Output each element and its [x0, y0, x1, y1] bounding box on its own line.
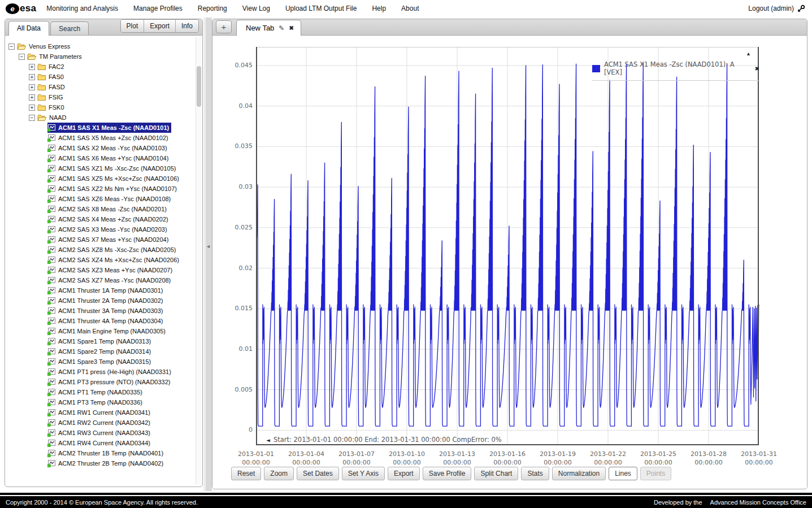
tree-item-parameter[interactable]: ACM2 Thruster 1B Temp (NAAD0401) [5, 448, 196, 458]
menu-item[interactable]: Help [372, 5, 386, 12]
edit-tab-icon[interactable]: ✎ [279, 24, 284, 32]
set-y-axis-button[interactable]: Set Y Axis [342, 467, 385, 480]
menu-item[interactable]: View Log [242, 5, 270, 12]
sidebar-collapse-icon[interactable]: ◄ [206, 244, 211, 249]
tree-item-parameter[interactable]: ACM1 SAS XZ2 Ms Nm +Ysc (NAAD0107) [5, 184, 196, 194]
legend-close-icon[interactable]: ✖ [755, 66, 759, 72]
tree-item-parameter[interactable]: ACM1 PT1 Temp (NAAD0335) [5, 387, 196, 397]
tree-item-parameter[interactable]: ACM1 RW1 Current (NAAD0341) [5, 407, 196, 418]
tree-item-label: ACM1 SAS XZ5 Ms +Xsc+Zsc (NAAD0106) [58, 175, 179, 182]
tree-item-parameter[interactable]: ACM1 SAS X6 Meas +Ysc (NAAD0104) [5, 153, 196, 163]
tree-item-parameter[interactable]: ACM2 SAS X4 Meas +Zsc (NAAD0202) [5, 214, 196, 224]
tree-item-parameter[interactable]: ACM1 Spare2 Temp (NAAD0314) [5, 346, 196, 357]
tree-item-parameter[interactable]: ACM1 PT3 Temp (NAAD0336) [5, 397, 196, 407]
collapse-icon[interactable]: − [29, 115, 35, 121]
tree-item-folder[interactable]: −TM Parameters [5, 51, 196, 62]
add-tab-button[interactable]: + [216, 20, 232, 33]
tree-item-label: ACM1 SAS X6 Meas +Ysc (NAAD0104) [58, 155, 168, 162]
save-profile-button[interactable]: Save Profile [423, 467, 472, 480]
expand-icon[interactable]: + [29, 64, 35, 70]
amco-link[interactable]: Advanced Mission Concepts Office [710, 499, 806, 506]
tree-item-parameter[interactable]: ACM2 Thruster 2B Temp (NAAD0402) [5, 458, 196, 468]
tree-item-folder[interactable]: +FASD [5, 82, 196, 92]
sidebar-scrollbar-track[interactable] [196, 37, 202, 485]
tree-item-parameter[interactable]: ACM1 SAS XZ6 Meas -Ysc (NAAD0108) [5, 194, 196, 204]
expander-spacer [39, 461, 45, 467]
tree-item-parameter[interactable]: ACM2 SAS X7 Meas +Ysc (NAAD0204) [5, 235, 196, 245]
tree-item-folder[interactable]: −NAAD [5, 112, 196, 123]
x-tick-label: 2013-01-1300:00:00 [431, 450, 483, 467]
tree-item-parameter[interactable]: ACM1 Thruster 1A Temp (NAAD0301) [5, 285, 196, 296]
tree-item-parameter[interactable]: ACM1 Main Engine Temp (NAAD0305) [5, 326, 196, 336]
parameter-icon [47, 398, 56, 406]
tree-item-parameter[interactable]: ACM2 SAS X3 Meas -Ysc (NAAD0203) [5, 224, 196, 235]
logout-link[interactable]: Logout (admin) [748, 5, 794, 12]
export-button[interactable]: Export [388, 467, 420, 480]
menu-item[interactable]: About [401, 5, 419, 12]
tree-item-parameter[interactable]: ACM1 Spare3 Temp (NAAD0315) [5, 357, 196, 367]
plot-button[interactable]: Plot [121, 20, 144, 32]
tree-item-label: ACM1 PT1 Temp (NAAD0335) [58, 389, 142, 396]
normalization-button[interactable]: Normalization [552, 467, 606, 480]
collapse-icon[interactable]: − [8, 44, 15, 50]
tab-new-tab[interactable]: New Tab ✎ ✖ [236, 20, 301, 36]
stats-button[interactable]: Stats [521, 467, 549, 480]
tree-item-parameter[interactable]: ACM2 SAS XZ3 Meas +Ysc (NAAD0207) [5, 265, 196, 275]
tree-item-folder[interactable]: +FSK0 [5, 102, 196, 112]
tree-item-parameter[interactable]: ACM1 Thruster 2A Temp (NAAD0302) [5, 296, 196, 306]
tree-item-parameter[interactable]: ACM2 SAS X8 Meas -Zsc (NAAD0201) [5, 204, 196, 214]
collapse-icon[interactable]: − [19, 54, 25, 60]
tree-item-parameter[interactable]: ACM1 PT1 press (He-High) (NAAD0331) [5, 367, 196, 377]
tree-item-parameter[interactable]: ACM1 RW2 Current (NAAD0342) [5, 418, 196, 428]
tree-item-label: ACM1 RW2 Current (NAAD0342) [58, 419, 150, 426]
reset-button[interactable]: Reset [231, 467, 261, 480]
expand-icon[interactable]: + [29, 84, 35, 90]
sidebar-scrollbar-thumb[interactable] [197, 66, 201, 107]
parameter-icon [47, 124, 56, 132]
tree-item-folder[interactable]: +FAC2 [5, 62, 196, 72]
menu-item[interactable]: Monitoring and Analysis [46, 5, 118, 12]
x-tick-label: 2013-01-2200:00:00 [582, 450, 634, 467]
tree-item-parameter[interactable]: ACM1 Spare1 Temp (NAAD0313) [5, 336, 196, 346]
tree-item-parameter[interactable]: ACM1 Thruster 4A Temp (NAAD0304) [5, 316, 196, 326]
tree-item-parameter[interactable]: ACM2 SAS XZ4 Ms +Xsc+Zsc (NAAD0206) [5, 255, 196, 265]
expand-icon[interactable]: + [29, 94, 35, 101]
tree-item-parameter[interactable]: ACM2 SAS XZ8 Ms -Xsc-Zsc (NAAD0205) [5, 245, 196, 255]
tree-item-parameter[interactable]: ACM1 PT3 pressure (NTO) (NAAD0332) [5, 377, 196, 387]
tree-item-parameter[interactable]: ACM1 SAS X2 Meas -Ysc (NAAD0103) [5, 143, 196, 153]
split-chart-button[interactable]: Split Chart [474, 467, 518, 480]
expand-icon[interactable]: + [29, 74, 35, 80]
tree-item-folder[interactable]: −Venus Express [5, 41, 196, 51]
tree-item-parameter[interactable]: ACM1 Thruster 3A Temp (NAAD0303) [5, 306, 196, 316]
export-button[interactable]: Export [144, 20, 175, 32]
tab-all-data[interactable]: All Data [8, 21, 49, 36]
tree-item-parameter[interactable]: ACM1 SAS X5 Meas +Zsc (NAAD0102) [5, 133, 196, 143]
status-arrow-icon[interactable]: ◄ [266, 437, 270, 443]
tree-item-folder[interactable]: +FSIG [5, 92, 196, 102]
expand-icon[interactable]: + [29, 105, 35, 111]
tree-item-parameter[interactable]: ACM1 RW3 Current (NAAD0343) [5, 428, 196, 438]
set-dates-button[interactable]: Set Dates [297, 467, 339, 480]
expander-spacer [39, 389, 45, 396]
menu-item[interactable]: Reporting [198, 5, 227, 12]
tree-item-parameter[interactable]: ACM1 SAS XZ1 Ms -Xsc-Zsc (NAAD0105) [5, 163, 196, 173]
tree-item-folder[interactable]: +FAS0 [5, 72, 196, 82]
chart-status: ◄Start: 2013-01-01 00:00:00 End: 2013-01… [266, 436, 502, 444]
tree-item-parameter[interactable]: ACM1 SAS XZ5 Ms +Xsc+Zsc (NAAD0106) [5, 173, 196, 184]
info-button[interactable]: Info [175, 20, 198, 32]
menu-item[interactable]: Upload LTM Output File [285, 5, 357, 12]
close-tab-icon[interactable]: ✖ [289, 25, 293, 31]
chart-collapse-icon[interactable]: ▲ [746, 51, 751, 57]
copyright-text: Copyright 2000 - 2014 © European Space A… [6, 499, 198, 506]
tab-label: New Tab [246, 24, 274, 32]
panel-divider[interactable]: ◄ [203, 18, 212, 491]
footer: Copyright 2000 - 2014 © European Space A… [0, 496, 812, 508]
tree-item-parameter[interactable]: ACM1 SAS X1 Meas -Zsc (NAAD0101) [5, 123, 196, 133]
tree-item-parameter[interactable]: ACM1 RW4 Current (NAAD0344) [5, 438, 196, 448]
zoom-button[interactable]: Zoom [264, 467, 294, 480]
tree-item-parameter[interactable]: ACM2 SAS XZ7 Meas -Ysc (NAAD0208) [5, 275, 196, 285]
lines-button[interactable]: Lines [609, 467, 637, 480]
chart-plot[interactable] [256, 47, 759, 446]
tab-search[interactable]: Search [50, 21, 89, 35]
menu-item[interactable]: Manage Profiles [133, 5, 183, 12]
